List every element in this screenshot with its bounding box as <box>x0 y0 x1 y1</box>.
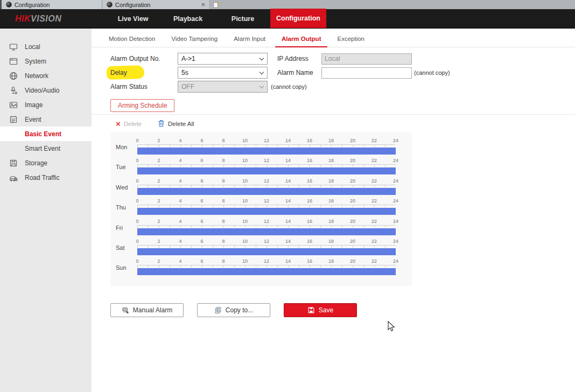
copy-to-button[interactable]: Copy to... <box>197 303 270 317</box>
save-button[interactable]: Save <box>284 303 357 317</box>
manual-alarm-label: Manual Alarm <box>133 306 172 314</box>
day-label: Sun <box>110 257 137 277</box>
day-label: Sat <box>110 237 137 257</box>
day-label: Fri <box>110 218 137 237</box>
sidebar-item-basic-event[interactable]: Basic Event <box>0 127 92 141</box>
cannot-copy-note: (cannot copy) <box>414 69 450 76</box>
browser-tab-2[interactable]: Configuration × <box>102 0 210 9</box>
browser-tab-title: Configuration <box>15 2 97 8</box>
hour-ticks <box>137 205 396 207</box>
sidebar-item-label: Basic Event <box>25 130 61 138</box>
sidebar-item-road-traffic[interactable]: Road Traffic <box>0 170 92 185</box>
hour-ticks <box>137 265 396 268</box>
tab-exception[interactable]: Exception <box>331 34 371 47</box>
delete-button[interactable]: × Delete <box>116 121 142 127</box>
arming-schedule-button[interactable]: Arming Schedule <box>110 99 174 112</box>
close-icon[interactable]: × <box>201 2 205 8</box>
alarm-output-no-label: Alarm Output No. <box>110 55 178 62</box>
nav-configuration[interactable]: Configuration <box>270 9 326 28</box>
sidebar-item-label: Network <box>25 72 48 80</box>
nav-picture[interactable]: Picture <box>215 9 270 28</box>
alarm-name-label: Alarm Name <box>277 69 321 76</box>
delay-value: 5s <box>181 69 188 76</box>
alarm-status-label: Alarm Status <box>110 83 178 90</box>
camera-favicon <box>107 2 113 8</box>
schedule-bar[interactable] <box>137 188 396 195</box>
browser-tab-strip: Configuration Configuration × <box>0 0 575 9</box>
sidebar-item-system[interactable]: System <box>0 54 92 68</box>
hour-ticks <box>137 225 396 228</box>
schedule-bar[interactable] <box>137 148 396 155</box>
nav-live-view[interactable]: Live View <box>106 9 160 28</box>
schedule-toolbar: × Delete Delete All <box>116 120 575 128</box>
copy-icon <box>214 306 222 314</box>
footer-buttons: Manual Alarm Copy to... Save <box>110 303 575 317</box>
trash-icon <box>158 120 165 128</box>
new-tab-icon <box>213 1 220 8</box>
event-icon <box>9 115 18 124</box>
road-traffic-icon <box>9 173 18 182</box>
alarm-output-no-select[interactable]: A->1 <box>178 53 268 65</box>
new-tab-button[interactable] <box>210 0 222 9</box>
nav-playback[interactable]: Playback <box>160 9 215 28</box>
section-divider <box>92 114 575 115</box>
ip-address-field <box>321 53 412 65</box>
sidebar-item-event[interactable]: Event <box>0 112 92 127</box>
system-icon <box>9 57 18 66</box>
schedule-row-fri: Fri 024681012141618202224 <box>110 218 412 237</box>
sidebar-item-label: Image <box>25 101 43 109</box>
sidebar-item-local[interactable]: Local <box>0 39 92 54</box>
tab-alarm-input[interactable]: Alarm Input <box>227 34 272 47</box>
delete-all-button[interactable]: Delete All <box>158 120 194 128</box>
tab-video-tampering[interactable]: Video Tampering <box>165 34 224 47</box>
camera-favicon <box>6 2 12 8</box>
logo-hik: HIK <box>15 14 31 24</box>
sidebar-item-storage[interactable]: Storage <box>0 156 92 170</box>
schedule-bar[interactable] <box>137 248 396 255</box>
delay-label: Delay <box>110 69 178 76</box>
top-navbar: HIKVISION Live View Playback Picture Con… <box>0 9 575 29</box>
schedule-bar[interactable] <box>137 268 396 275</box>
hour-ticks <box>137 164 396 167</box>
mouse-cursor <box>388 321 396 334</box>
monitor-icon <box>9 43 18 51</box>
sidebar-item-video-audio[interactable]: Video/Audio <box>0 83 92 97</box>
hour-ticks <box>137 144 396 147</box>
manual-alarm-button[interactable]: Manual Alarm <box>110 303 184 317</box>
hour-ruler: 024681012141618202224 <box>137 138 396 144</box>
sidebar-item-smart-event[interactable]: Smart Event <box>0 141 92 156</box>
sidebar-item-image[interactable]: Image <box>0 97 92 112</box>
schedule-bar[interactable] <box>137 208 396 215</box>
hour-ruler: 024681012141618202224 <box>137 178 396 185</box>
sidebar-item-label: Road Traffic <box>25 174 59 181</box>
main-content: Motion Detection Video Tampering Alarm I… <box>92 29 575 392</box>
alarm-name-field[interactable] <box>321 67 412 79</box>
hour-ruler: 024681012141618202224 <box>137 258 396 265</box>
save-label: Save <box>319 306 333 314</box>
schedule-bar[interactable] <box>137 228 396 235</box>
browser-tab-1[interactable]: Configuration <box>2 0 102 9</box>
arming-schedule-grid: Mon 024681012141618202224 Tue 0246810121… <box>110 132 412 286</box>
alarm-status-select: OFF <box>178 81 268 93</box>
save-icon <box>307 306 315 314</box>
tab-alarm-output[interactable]: Alarm Output <box>275 34 327 47</box>
hour-ticks <box>137 185 396 187</box>
schedule-bar[interactable] <box>137 167 396 174</box>
chevron-down-icon <box>260 56 264 60</box>
tab-motion-detection[interactable]: Motion Detection <box>102 34 162 47</box>
manual-alarm-icon <box>122 306 129 314</box>
schedule-row-sun: Sun 024681012141618202224 <box>110 257 412 277</box>
sidebar: Local System Network Video/Audio Image E… <box>0 29 92 392</box>
sidebar-item-label: System <box>25 58 46 65</box>
globe-icon <box>9 72 18 80</box>
copy-to-label: Copy to... <box>226 306 253 314</box>
day-label: Thu <box>110 197 137 217</box>
day-label: Tue <box>110 157 137 177</box>
day-label: Mon <box>110 137 137 157</box>
sidebar-item-label: Storage <box>25 159 47 167</box>
delete-all-label: Delete All <box>168 121 194 127</box>
day-label: Wed <box>110 177 137 197</box>
sidebar-item-network[interactable]: Network <box>0 68 92 83</box>
delay-select[interactable]: 5s <box>178 67 268 79</box>
alarm-output-form: Alarm Output No. A->1 IP Address Delay 5… <box>92 47 575 94</box>
